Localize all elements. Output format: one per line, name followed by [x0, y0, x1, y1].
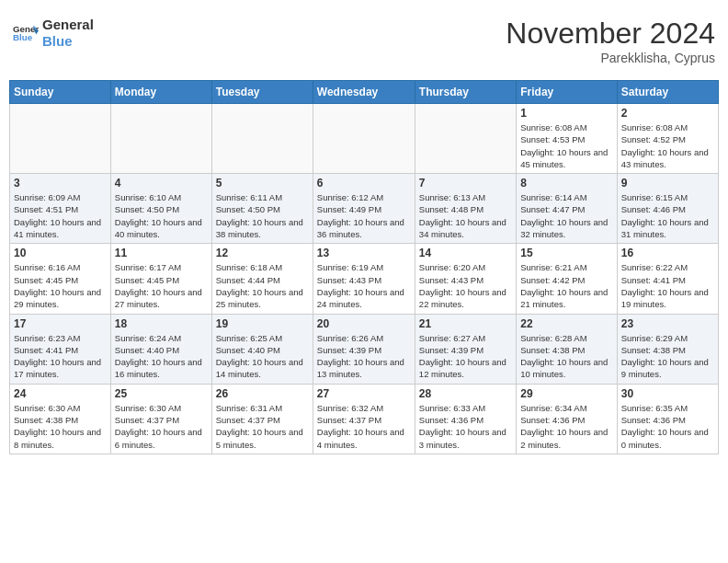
header: General Blue General Blue November 2024 … [9, 9, 719, 73]
day-info: Sunrise: 6:23 AMSunset: 4:41 PMDaylight:… [14, 332, 107, 381]
calendar-week-row: 24Sunrise: 6:30 AMSunset: 4:38 PMDayligh… [10, 384, 719, 454]
calendar-day: 26Sunrise: 6:31 AMSunset: 4:37 PMDayligh… [211, 384, 313, 454]
day-info: Sunrise: 6:29 AMSunset: 4:38 PMDaylight:… [621, 332, 714, 381]
day-info: Sunrise: 6:17 AMSunset: 4:45 PMDaylight:… [115, 261, 208, 310]
day-number: 8 [520, 177, 612, 190]
calendar-day: 20Sunrise: 6:26 AMSunset: 4:39 PMDayligh… [313, 314, 415, 384]
calendar-day [10, 104, 111, 174]
day-info: Sunrise: 6:11 AMSunset: 4:50 PMDaylight:… [216, 191, 309, 240]
day-number: 24 [14, 387, 107, 400]
calendar-day: 22Sunrise: 6:28 AMSunset: 4:38 PMDayligh… [517, 314, 617, 384]
day-number: 16 [621, 247, 714, 259]
calendar-day: 19Sunrise: 6:25 AMSunset: 4:40 PMDayligh… [211, 314, 313, 384]
day-number: 22 [520, 317, 612, 330]
calendar-week-row: 10Sunrise: 6:16 AMSunset: 4:45 PMDayligh… [10, 244, 719, 314]
calendar-day: 10Sunrise: 6:16 AMSunset: 4:45 PMDayligh… [10, 244, 111, 314]
logo-general: General [42, 17, 94, 33]
calendar-day: 9Sunrise: 6:15 AMSunset: 4:46 PMDaylight… [617, 174, 718, 244]
month-title: November 2024 [506, 17, 715, 51]
day-info: Sunrise: 6:30 AMSunset: 4:38 PMDaylight:… [14, 402, 107, 451]
day-number: 19 [216, 317, 309, 330]
calendar-day [110, 104, 211, 174]
calendar-day: 7Sunrise: 6:13 AMSunset: 4:48 PMDaylight… [415, 174, 516, 244]
logo-icon: General Blue [13, 20, 39, 46]
calendar-day: 6Sunrise: 6:12 AMSunset: 4:49 PMDaylight… [313, 174, 415, 244]
day-info: Sunrise: 6:08 AMSunset: 4:53 PMDaylight:… [520, 121, 612, 170]
day-info: Sunrise: 6:15 AMSunset: 4:46 PMDaylight:… [621, 191, 714, 240]
day-info: Sunrise: 6:35 AMSunset: 4:36 PMDaylight:… [621, 402, 714, 451]
header-sunday: Sunday [10, 81, 111, 104]
day-info: Sunrise: 6:18 AMSunset: 4:44 PMDaylight:… [216, 261, 309, 310]
header-thursday: Thursday [415, 81, 516, 104]
day-number: 4 [115, 177, 208, 190]
calendar-day: 25Sunrise: 6:30 AMSunset: 4:37 PMDayligh… [110, 384, 211, 454]
logo-text-area: General Blue [42, 17, 94, 50]
logo: General Blue General Blue [13, 17, 94, 50]
day-info: Sunrise: 6:08 AMSunset: 4:52 PMDaylight:… [621, 121, 714, 170]
day-info: Sunrise: 6:10 AMSunset: 4:50 PMDaylight:… [115, 191, 208, 240]
day-number: 11 [115, 247, 208, 259]
day-number: 9 [621, 177, 714, 190]
location: Parekklisha, Cyprus [506, 51, 715, 65]
calendar-day [211, 104, 313, 174]
day-number: 6 [317, 177, 411, 190]
day-number: 23 [621, 317, 714, 330]
day-info: Sunrise: 6:12 AMSunset: 4:49 PMDaylight:… [317, 191, 411, 240]
day-info: Sunrise: 6:16 AMSunset: 4:45 PMDaylight:… [14, 261, 107, 310]
calendar-day: 3Sunrise: 6:09 AMSunset: 4:51 PMDaylight… [10, 174, 111, 244]
day-number: 2 [621, 107, 714, 120]
day-info: Sunrise: 6:19 AMSunset: 4:43 PMDaylight:… [317, 261, 411, 310]
day-number: 12 [216, 247, 309, 259]
day-number: 1 [520, 107, 612, 120]
day-info: Sunrise: 6:20 AMSunset: 4:43 PMDaylight:… [419, 261, 512, 310]
calendar-day: 21Sunrise: 6:27 AMSunset: 4:39 PMDayligh… [415, 314, 516, 384]
calendar-day: 23Sunrise: 6:29 AMSunset: 4:38 PMDayligh… [617, 314, 718, 384]
day-number: 27 [317, 387, 411, 400]
day-number: 18 [115, 317, 208, 330]
calendar-day: 8Sunrise: 6:14 AMSunset: 4:47 PMDaylight… [517, 174, 617, 244]
calendar-day: 27Sunrise: 6:32 AMSunset: 4:37 PMDayligh… [313, 384, 415, 454]
header-wednesday: Wednesday [313, 81, 415, 104]
day-number: 29 [520, 387, 612, 400]
svg-text:Blue: Blue [13, 32, 33, 42]
header-saturday: Saturday [617, 81, 718, 104]
calendar-week-row: 1Sunrise: 6:08 AMSunset: 4:53 PMDaylight… [10, 104, 719, 174]
day-number: 7 [419, 177, 512, 190]
day-info: Sunrise: 6:34 AMSunset: 4:36 PMDaylight:… [520, 402, 612, 451]
day-number: 25 [115, 387, 208, 400]
day-info: Sunrise: 6:32 AMSunset: 4:37 PMDaylight:… [317, 402, 411, 451]
logo-blue: Blue [42, 33, 94, 50]
calendar-day: 13Sunrise: 6:19 AMSunset: 4:43 PMDayligh… [313, 244, 415, 314]
day-info: Sunrise: 6:22 AMSunset: 4:41 PMDaylight:… [621, 261, 714, 310]
calendar: Sunday Monday Tuesday Wednesday Thursday… [9, 80, 719, 454]
calendar-day: 16Sunrise: 6:22 AMSunset: 4:41 PMDayligh… [617, 244, 718, 314]
day-info: Sunrise: 6:21 AMSunset: 4:42 PMDaylight:… [520, 261, 612, 310]
day-info: Sunrise: 6:33 AMSunset: 4:36 PMDaylight:… [419, 402, 512, 451]
calendar-day: 5Sunrise: 6:11 AMSunset: 4:50 PMDaylight… [211, 174, 313, 244]
calendar-day [313, 104, 415, 174]
day-number: 28 [419, 387, 512, 400]
header-monday: Monday [110, 81, 211, 104]
day-number: 5 [216, 177, 309, 190]
day-number: 30 [621, 387, 714, 400]
day-info: Sunrise: 6:30 AMSunset: 4:37 PMDaylight:… [115, 402, 208, 451]
day-info: Sunrise: 6:25 AMSunset: 4:40 PMDaylight:… [216, 332, 309, 381]
day-number: 15 [520, 247, 612, 259]
day-info: Sunrise: 6:27 AMSunset: 4:39 PMDaylight:… [419, 332, 512, 381]
day-info: Sunrise: 6:14 AMSunset: 4:47 PMDaylight:… [520, 191, 612, 240]
day-info: Sunrise: 6:13 AMSunset: 4:48 PMDaylight:… [419, 191, 512, 240]
day-info: Sunrise: 6:26 AMSunset: 4:39 PMDaylight:… [317, 332, 411, 381]
header-friday: Friday [517, 81, 617, 104]
day-number: 17 [14, 317, 107, 330]
title-area: November 2024 Parekklisha, Cyprus [506, 17, 715, 65]
day-number: 3 [14, 177, 107, 190]
calendar-day [415, 104, 516, 174]
calendar-day: 4Sunrise: 6:10 AMSunset: 4:50 PMDaylight… [110, 174, 211, 244]
calendar-day: 28Sunrise: 6:33 AMSunset: 4:36 PMDayligh… [415, 384, 516, 454]
day-info: Sunrise: 6:24 AMSunset: 4:40 PMDaylight:… [115, 332, 208, 381]
calendar-day: 1Sunrise: 6:08 AMSunset: 4:53 PMDaylight… [517, 104, 617, 174]
weekday-header-row: Sunday Monday Tuesday Wednesday Thursday… [10, 81, 719, 104]
calendar-day: 30Sunrise: 6:35 AMSunset: 4:36 PMDayligh… [617, 384, 718, 454]
calendar-day: 14Sunrise: 6:20 AMSunset: 4:43 PMDayligh… [415, 244, 516, 314]
day-number: 20 [317, 317, 411, 330]
